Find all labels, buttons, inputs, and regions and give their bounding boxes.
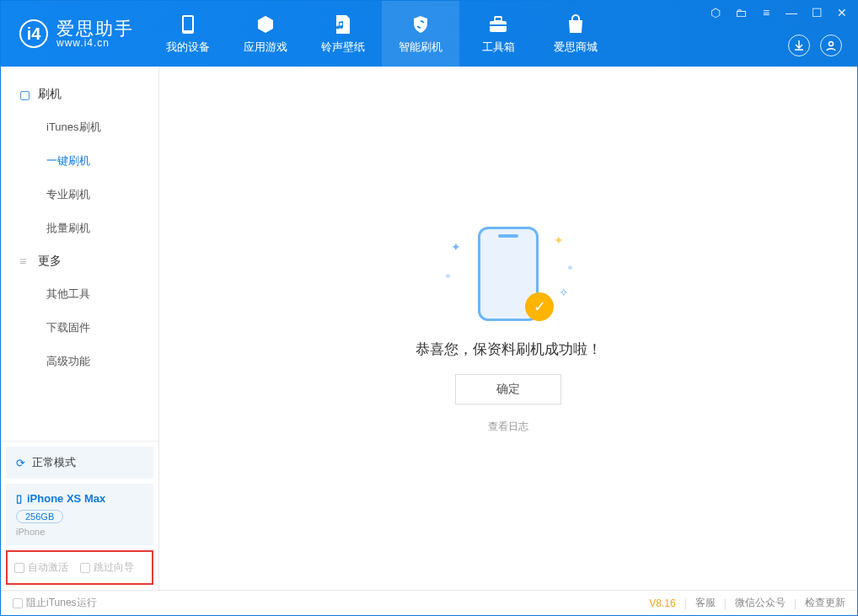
statusbar: 阻止iTunes运行 V8.16 | 客服 | 微信公众号 | 检查更新 [1,590,857,615]
sidebar-item-pro-flash[interactable]: 专业刷机 [1,178,158,212]
app-name: 爱思助手 [56,19,134,37]
footer-left: 阻止iTunes运行 [13,596,97,610]
mode-label: 正常模式 [32,455,76,470]
version-label: V8.16 [649,597,675,609]
maximize-button[interactable]: ☐ [808,6,825,19]
separator: | [684,597,687,609]
checkbox-icon [80,563,90,573]
check-badge-icon: ✓ [525,292,554,321]
svg-rect-2 [490,21,507,32]
checkbox-block-itunes[interactable]: 阻止iTunes运行 [13,596,97,610]
svg-rect-4 [490,24,507,26]
nav-store[interactable]: 爱思商城 [537,1,614,67]
svg-rect-1 [184,17,192,30]
music-file-icon [332,13,354,35]
nav-label: 智能刷机 [399,40,442,55]
sidebar-section-flash: ▢ 刷机 [1,78,158,110]
mode-icon: ⟳ [16,457,25,469]
section-title: 刷机 [38,87,62,102]
device-icon [177,13,199,35]
sparkle-icon: ✧ [559,286,569,299]
device-name-row: ▯ iPhone XS Max [16,492,143,505]
sidebar-item-download-fw[interactable]: 下载固件 [1,311,158,345]
device-info[interactable]: ▯ iPhone XS Max 256GB iPhone [6,484,153,545]
checkbox-auto-activate[interactable]: 自动激活 [14,560,68,575]
checkbox-label: 阻止iTunes运行 [26,596,97,610]
sidebar-item-advanced[interactable]: 高级功能 [1,345,158,378]
nav-toolbox[interactable]: 工具箱 [459,1,537,67]
phone-small-icon: ▢ [19,88,31,101]
nav-wallpaper[interactable]: 铃声壁纸 [304,1,382,67]
logo-area: i4 爱思助手 www.i4.cn [1,19,149,49]
phone-mini-icon: ▯ [16,492,22,505]
window-controls: ⬡ 🗀 ≡ — ☐ ✕ [707,6,850,19]
sidebar-section-more: ≡ 更多 [1,245,158,277]
more-icon: ≡ [19,254,31,268]
checkbox-icon [14,563,24,573]
options-row: 自动激活 跳过向导 [6,550,153,585]
ok-button[interactable]: 确定 [455,374,561,404]
update-link[interactable]: 检查更新 [805,596,845,610]
separator: | [724,597,727,609]
logo-text-block: 爱思助手 www.i4.cn [56,19,134,49]
nav-flash[interactable]: 智能刷机 [382,1,459,67]
header-actions [788,35,842,56]
separator: | [794,597,796,609]
device-capacity: 256GB [16,510,63,523]
nav-apps[interactable]: 应用游戏 [227,1,304,67]
shield-sync-icon [410,13,432,35]
nav-label: 我的设备 [166,40,210,55]
section-title: 更多 [38,254,62,269]
menu-icon[interactable]: ≡ [758,6,775,19]
success-message: 恭喜您，保资料刷机成功啦！ [416,340,602,359]
app-body: ▢ 刷机 iTunes刷机 一键刷机 专业刷机 批量刷机 ≡ 更多 其他工具 下… [1,67,857,590]
device-name: iPhone XS Max [27,492,105,505]
shirt-icon[interactable]: ⬡ [707,6,724,19]
success-illustration: ✦ ✦ ✧ ✓ [458,223,559,324]
sidebar-menu: ▢ 刷机 iTunes刷机 一键刷机 专业刷机 批量刷机 ≡ 更多 其他工具 下… [1,67,158,441]
app-site: www.i4.cn [56,37,134,49]
app-logo-icon: i4 [19,19,48,48]
main-content: ✦ ✦ ✧ ✓ 恭喜您，保资料刷机成功啦！ 确定 查看日志 [159,67,857,590]
sidebar-item-itunes-flash[interactable]: iTunes刷机 [1,110,158,144]
support-link[interactable]: 客服 [695,596,716,610]
titlebar: i4 爱思助手 www.i4.cn 我的设备 应用游戏 铃声壁纸 智能刷机 工具… [1,1,857,67]
download-button[interactable] [788,35,810,56]
nav-my-device[interactable]: 我的设备 [149,1,227,67]
device-mode[interactable]: ⟳ 正常模式 [6,447,153,479]
minimize-button[interactable]: — [783,6,800,19]
sidebar-item-batch-flash[interactable]: 批量刷机 [1,212,158,245]
nav-label: 铃声壁纸 [321,40,365,55]
main-nav: 我的设备 应用游戏 铃声壁纸 智能刷机 工具箱 爱思商城 [149,1,614,67]
lock-icon[interactable]: 🗀 [732,6,749,19]
user-button[interactable] [820,35,842,56]
sidebar-item-oneclick-flash[interactable]: 一键刷机 [1,144,158,178]
sparkle-icon: ✦ [451,240,461,254]
nav-label: 爱思商城 [554,40,598,55]
svg-rect-3 [495,17,501,21]
sparkle-icon: ✦ [554,233,564,247]
bag-icon [565,13,587,35]
device-panel: ⟳ 正常模式 ▯ iPhone XS Max 256GB iPhone 自动激活 [1,441,158,590]
footer-right: V8.16 | 客服 | 微信公众号 | 检查更新 [649,596,845,610]
checkbox-icon [13,598,23,608]
dot-icon [568,265,572,270]
device-type: iPhone [16,527,143,537]
nav-label: 应用游戏 [244,40,287,55]
close-button[interactable]: ✕ [834,6,850,19]
checkbox-label: 自动激活 [28,560,68,575]
view-log-link[interactable]: 查看日志 [488,420,528,434]
toolbox-icon [487,13,509,35]
wechat-link[interactable]: 微信公众号 [735,596,786,610]
sidebar-item-other-tools[interactable]: 其他工具 [1,277,158,311]
svg-point-5 [829,42,834,46]
checkbox-skip-guide[interactable]: 跳过向导 [80,560,134,575]
sidebar: ▢ 刷机 iTunes刷机 一键刷机 专业刷机 批量刷机 ≡ 更多 其他工具 下… [1,67,159,590]
nav-label: 工具箱 [482,40,515,55]
cube-icon [255,13,276,35]
checkbox-label: 跳过向导 [94,560,134,575]
dot-icon [446,274,450,278]
